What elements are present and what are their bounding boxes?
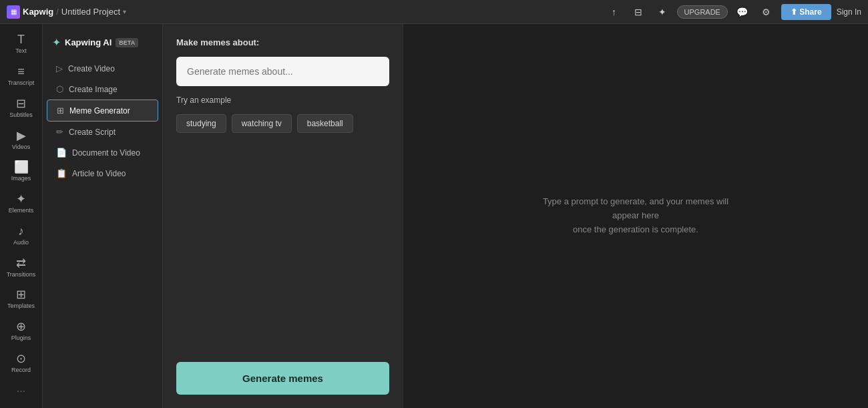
- menu-item-document-to-video[interactable]: 📄 Document to Video: [47, 142, 158, 163]
- canvas-area: Type a prompt to generate, and your meme…: [403, 24, 868, 408]
- text-icon: T: [17, 33, 25, 45]
- topbar: ▦ Kapwig / Untitled Project ▾ ↑ ⊟ ✦ UPGR…: [0, 0, 868, 24]
- elements-icon: ✦: [16, 193, 26, 205]
- topbar-actions: ↑ ⊟ ✦ UPGRADE 💬 ⚙ ⬆ Share Sign In: [605, 3, 861, 21]
- sidebar-item-plugins[interactable]: ⊕ Plugins: [3, 317, 40, 346]
- images-icon: ⬜: [14, 161, 29, 173]
- audio-icon: ♪: [18, 225, 24, 237]
- export-button[interactable]: ⊟: [629, 3, 648, 21]
- document-to-video-icon: 📄: [56, 148, 67, 158]
- sidebar-transcript-label: Transcript: [8, 79, 35, 86]
- meme-panel: Make memes about: Try an example studyin…: [163, 24, 403, 408]
- sidebar-item-record[interactable]: ⊙ Record: [3, 348, 40, 377]
- create-script-icon: ✏: [56, 127, 63, 137]
- comment-button[interactable]: 💬: [733, 3, 752, 21]
- sidebar-item-text[interactable]: T Text: [3, 29, 40, 59]
- upload-button[interactable]: ↑: [605, 3, 624, 21]
- menu-item-meme-generator[interactable]: ⊞ Meme Generator: [47, 99, 158, 122]
- sidebar-templates-label: Templates: [7, 302, 35, 309]
- sidebar-item-audio[interactable]: ♪ Audio: [3, 220, 40, 250]
- icon-sidebar: T Text ≡ Transcript ⊟ Subtitles ▶ Videos…: [0, 24, 43, 408]
- upgrade-button[interactable]: UPGRADE: [677, 5, 728, 19]
- breadcrumb-separator: /: [56, 7, 59, 17]
- tool-panel-header: ✦ Kapwing AI BETA: [43, 32, 162, 58]
- transcript-icon: ≡: [17, 65, 25, 77]
- meme-prompt-input[interactable]: [176, 57, 389, 86]
- ai-icon: ✦: [52, 36, 61, 49]
- videos-icon: ▶: [17, 130, 26, 142]
- menu-item-create-script[interactable]: ✏ Create Script: [47, 122, 158, 142]
- create-video-icon: ▷: [56, 63, 63, 73]
- try-example-label: Try an example: [176, 95, 389, 105]
- menu-item-create-video-label: Create Video: [68, 64, 115, 73]
- menu-item-article-to-video[interactable]: 📋 Article to Video: [47, 163, 158, 184]
- share-button[interactable]: ⬆ Share: [781, 4, 831, 20]
- project-name: Untitled Project: [61, 7, 120, 17]
- sidebar-item-transitions[interactable]: ⇄ Transitions: [3, 252, 40, 282]
- sidebar-item-images[interactable]: ⬜ Images: [3, 157, 40, 186]
- project-chevron-icon[interactable]: ▾: [123, 8, 126, 15]
- canvas-hint-line1: Type a prompt to generate, and your meme…: [543, 196, 728, 220]
- canvas-hint-line2: once the generation is complete.: [573, 224, 698, 234]
- tool-panel-title: Kapwing AI: [65, 37, 112, 47]
- sidebar-item-videos[interactable]: ▶ Videos: [3, 125, 40, 154]
- sidebar-videos-label: Videos: [12, 144, 30, 150]
- menu-item-article-to-video-label: Article to Video: [72, 169, 126, 178]
- templates-icon: ⊞: [16, 288, 26, 300]
- magic-button[interactable]: ✦: [653, 3, 672, 21]
- sidebar-elements-label: Elements: [9, 207, 34, 214]
- brand-name: Kapwig: [23, 7, 53, 17]
- sidebar-item-transcript[interactable]: ≡ Transcript: [3, 61, 40, 91]
- sidebar-plugins-label: Plugins: [11, 335, 31, 341]
- example-chips: studying watching tv basketball: [176, 114, 389, 133]
- sidebar-subtitles-label: Subtitles: [9, 112, 33, 118]
- menu-item-document-to-video-label: Document to Video: [72, 148, 140, 158]
- sidebar-item-elements[interactable]: ✦ Elements: [3, 189, 40, 218]
- sidebar-item-subtitles[interactable]: ⊟ Subtitles: [3, 93, 40, 122]
- sidebar-more[interactable]: ···: [11, 380, 31, 403]
- meme-generator-icon: ⊞: [57, 106, 64, 116]
- chip-watching-tv[interactable]: watching tv: [232, 114, 292, 133]
- transitions-icon: ⇄: [16, 257, 26, 269]
- main-layout: T Text ≡ Transcript ⊟ Subtitles ▶ Videos…: [0, 24, 868, 408]
- signin-button[interactable]: Sign In: [837, 7, 861, 17]
- sidebar-images-label: Images: [11, 175, 31, 182]
- chip-studying[interactable]: studying: [176, 114, 226, 133]
- sidebar-text-label: Text: [15, 47, 27, 54]
- settings-button[interactable]: ⚙: [757, 3, 776, 21]
- sidebar-audio-label: Audio: [13, 239, 29, 246]
- sidebar-item-templates[interactable]: ⊞ Templates: [3, 284, 40, 314]
- menu-item-meme-generator-label: Meme Generator: [69, 106, 130, 116]
- generate-memes-button[interactable]: Generate memes: [176, 362, 389, 395]
- menu-item-create-script-label: Create Script: [69, 128, 116, 137]
- beta-badge: BETA: [116, 38, 138, 47]
- subtitles-icon: ⊟: [16, 97, 26, 110]
- create-image-icon: ⬡: [56, 84, 63, 94]
- article-to-video-icon: 📋: [56, 168, 67, 178]
- sidebar-record-label: Record: [11, 367, 31, 373]
- menu-item-create-video[interactable]: ▷ Create Video: [47, 58, 158, 79]
- meme-panel-label: Make memes about:: [176, 37, 389, 47]
- menu-item-create-image[interactable]: ⬡ Create Image: [47, 79, 158, 99]
- plugins-icon: ⊕: [16, 321, 26, 333]
- canvas-hint: Type a prompt to generate, and your meme…: [529, 195, 742, 236]
- record-icon: ⊙: [16, 353, 26, 365]
- chip-basketball[interactable]: basketball: [297, 114, 353, 133]
- kapwing-logo-icon: ▦: [7, 5, 20, 19]
- tool-panel: ✦ Kapwing AI BETA ▷ Create Video ⬡ Creat…: [43, 24, 163, 408]
- sidebar-transitions-label: Transitions: [7, 271, 36, 278]
- topbar-logo: ▦ Kapwig / Untitled Project ▾: [7, 5, 126, 19]
- content-area: Make memes about: Try an example studyin…: [163, 24, 868, 408]
- menu-item-create-image-label: Create Image: [69, 85, 118, 94]
